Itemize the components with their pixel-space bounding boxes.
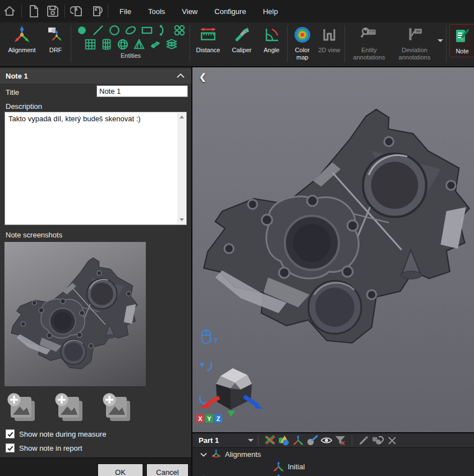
show-note-during-measure-checkbox[interactable] (6, 429, 15, 438)
menu-help[interactable]: Help (263, 7, 278, 16)
circle-pattern-entity-button[interactable] (173, 24, 186, 36)
line-entity-button[interactable] (92, 24, 104, 36)
2d-view-button[interactable]: 2D view (317, 25, 341, 54)
plane-entity-button[interactable] (84, 38, 96, 51)
description-textarea[interactable]: Takto vypadá díl, který budeš skenovat :… (4, 112, 187, 225)
distance-button[interactable]: Distance (192, 25, 224, 54)
mouse-help-icon (202, 330, 211, 344)
show-note-in-report-label: Show note in report (19, 444, 82, 452)
axis-x-label: X (196, 414, 204, 423)
rectangle-icon (142, 28, 152, 33)
entity-annotations-button[interactable]: Entity annotations (347, 25, 392, 61)
color-map-button[interactable]: Color map (289, 25, 315, 61)
point-entity-button[interactable] (76, 24, 88, 36)
collapse-panel-icon[interactable]: ❮ (199, 72, 206, 82)
menu-view[interactable]: View (182, 7, 197, 16)
new-document-button[interactable] (24, 2, 43, 20)
add-screenshot-button[interactable] (53, 392, 86, 424)
menu-file[interactable]: File (119, 7, 131, 16)
revert-document-button[interactable] (67, 2, 86, 20)
application-window: File Tools View Configure Help Alignment… (0, 0, 474, 476)
alignment-button[interactable]: Alignment (3, 25, 40, 54)
part-selector-caret[interactable] (248, 439, 254, 442)
collapse-section-button[interactable] (177, 74, 185, 78)
tree-row-initial[interactable]: Initial (192, 461, 474, 473)
rectangle-entity-button[interactable] (141, 24, 153, 36)
divider (352, 436, 352, 446)
axis-indicator[interactable]: X Y Z (196, 414, 222, 423)
part-selector[interactable]: Part 1 (199, 436, 219, 445)
close-icon (389, 437, 395, 444)
edit-button[interactable] (357, 435, 371, 446)
alignment-filter-button[interactable] (291, 435, 305, 446)
scroll-down-arrow[interactable] (180, 218, 184, 221)
entity-filter-button[interactable] (277, 435, 291, 446)
drf-icon (48, 28, 62, 41)
drf-button[interactable]: DRF (43, 25, 68, 54)
arc-entity-button[interactable] (157, 24, 169, 36)
entities-group-label: Entities (121, 52, 141, 60)
2d-view-icon (324, 29, 334, 40)
cylinder-entity-button[interactable] (100, 38, 113, 51)
tree-row-alignments[interactable]: Alignments (192, 448, 474, 461)
ellipse-icon (125, 25, 136, 35)
color-map-icon (294, 27, 310, 43)
tree-node-label[interactable]: Initial (288, 463, 305, 471)
description-field-label: Description (6, 102, 42, 111)
title-input[interactable] (96, 85, 188, 97)
tree-row-surface-best-fit[interactable]: Surface best fit 1 (192, 473, 474, 476)
distance-label: Distance (196, 47, 220, 54)
expand-chevron[interactable] (200, 452, 207, 457)
divider (446, 25, 447, 62)
ok-button[interactable]: OK (98, 464, 142, 476)
angle-button[interactable]: Angle (258, 25, 285, 54)
show-note-in-report-row: Show note in report (6, 443, 82, 452)
add-screenshot-button[interactable] (6, 392, 38, 424)
save-button[interactable] (43, 2, 62, 20)
deviation-annotations-button[interactable]: Deviation annotations (393, 25, 436, 61)
deviation-annotations-icon (409, 28, 421, 40)
textarea-scrollbar[interactable] (177, 113, 186, 224)
caliper-button[interactable]: Caliper (227, 25, 257, 54)
circle-entity-button[interactable] (108, 24, 121, 36)
surface-entity-button[interactable] (149, 38, 162, 51)
alignment-node-icon (273, 461, 284, 472)
menu-tools[interactable]: Tools (148, 7, 165, 16)
add-screenshot-button[interactable] (101, 392, 134, 424)
entities-group: Entities (73, 24, 188, 60)
navigation-cube[interactable] (196, 363, 268, 418)
visibility-button[interactable] (319, 435, 333, 446)
note-screenshot-thumbnail[interactable] (4, 242, 146, 386)
cancel-button[interactable]: Cancel (147, 464, 188, 476)
mouse-help-button[interactable]: ? (200, 329, 218, 345)
divider (190, 25, 190, 62)
scroll-up-arrow[interactable] (180, 116, 184, 118)
attach-button[interactable] (371, 435, 385, 446)
alignment-node-icon (273, 474, 284, 476)
part-model-3d[interactable] (199, 97, 474, 360)
annotations-dropdown-caret[interactable] (438, 39, 443, 42)
delete-measurements-button[interactable] (263, 435, 277, 446)
axis-y-label: Y (205, 414, 213, 423)
show-note-in-report-checkbox[interactable] (6, 443, 15, 452)
viewport-3d[interactable]: ❮ ? X Y Z (191, 67, 474, 432)
cone-entity-button[interactable] (133, 38, 145, 51)
sphere-entity-button[interactable] (117, 38, 129, 51)
note-panel-header[interactable]: Note 1 (0, 68, 191, 84)
plane-grid-icon (85, 40, 95, 49)
save-icon (48, 6, 58, 16)
distance-icon (200, 28, 216, 39)
probe-filter-button[interactable] (305, 435, 319, 446)
arc-icon (160, 25, 163, 35)
menu-configure[interactable]: Configure (214, 7, 246, 16)
delete-button[interactable] (385, 435, 399, 446)
layers-entity-button[interactable] (165, 38, 178, 51)
alignments-node-icon (210, 449, 222, 460)
tree-node-label[interactable]: Alignments (225, 450, 261, 459)
note-button[interactable]: Note (449, 24, 474, 57)
home-button[interactable] (0, 2, 19, 20)
probe-icon (307, 436, 317, 445)
clear-filter-button[interactable] (333, 435, 347, 446)
redo-document-button[interactable] (86, 2, 105, 20)
ellipse-entity-button[interactable] (125, 24, 137, 36)
